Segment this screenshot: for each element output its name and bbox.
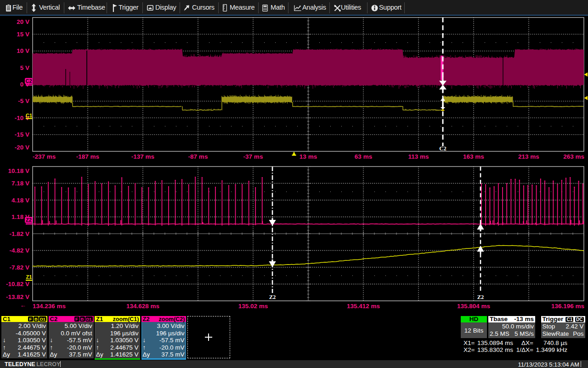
svg-text:-20 V: -20 V <box>15 144 29 151</box>
svg-text:-4.82 V: -4.82 V <box>9 247 29 254</box>
svg-text:7.18 V: 7.18 V <box>11 180 29 187</box>
svg-text:←: ← <box>20 302 27 309</box>
svg-text:C1: C1 <box>26 113 32 118</box>
svg-text:263 ms: 263 ms <box>563 153 584 160</box>
svg-text:136.196 ms: 136.196 ms <box>551 303 584 310</box>
svg-text:135.412 ms: 135.412 ms <box>347 303 380 310</box>
svg-text:5 V: 5 V <box>20 64 29 71</box>
svg-text:4.18 V: 4.18 V <box>11 197 29 204</box>
svg-text:-187 ms: -187 ms <box>76 153 99 160</box>
svg-text:63 ms: 63 ms <box>355 153 372 160</box>
svg-text:135.804 ms: 135.804 ms <box>457 303 490 310</box>
svg-text:-5 V: -5 V <box>18 98 29 104</box>
svg-text:-87 ms: -87 ms <box>188 153 208 160</box>
svg-text:135.02 ms: 135.02 ms <box>238 303 268 310</box>
svg-text:213 ms: 213 ms <box>518 153 539 160</box>
svg-text:Z2: Z2 <box>269 294 276 300</box>
svg-text:-15 V: -15 V <box>15 131 29 138</box>
svg-text:C2: C2 <box>25 78 32 84</box>
svg-text:-237 ms: -237 ms <box>33 153 56 160</box>
svg-text:-13.82 V: -13.82 V <box>6 293 29 300</box>
svg-text:10 V: 10 V <box>17 47 29 54</box>
svg-text:Z2: Z2 <box>26 217 32 223</box>
svg-text:-37 ms: -37 ms <box>243 153 263 160</box>
svg-text:-10.82 V: -10.82 V <box>6 281 29 288</box>
svg-text:-137 ms: -137 ms <box>131 153 154 160</box>
svg-text:113 ms: 113 ms <box>408 153 429 160</box>
svg-text:20 V: 20 V <box>17 18 29 25</box>
svg-text:-7.82 V: -7.82 V <box>9 264 29 271</box>
svg-text:13 ms: 13 ms <box>300 153 317 160</box>
svg-text:134.236 ms: 134.236 ms <box>33 303 66 310</box>
svg-text:Z1: Z1 <box>26 274 32 280</box>
svg-text:10.18 V: 10.18 V <box>8 167 29 174</box>
svg-text:15 V: 15 V <box>17 31 29 38</box>
svg-text:163 ms: 163 ms <box>463 153 484 160</box>
svg-text:Z2: Z2 <box>477 294 484 300</box>
svg-text:-1.82 V: -1.82 V <box>9 230 29 237</box>
svg-text:C2: C2 <box>439 145 446 152</box>
svg-text:134.628 ms: 134.628 ms <box>126 303 159 310</box>
